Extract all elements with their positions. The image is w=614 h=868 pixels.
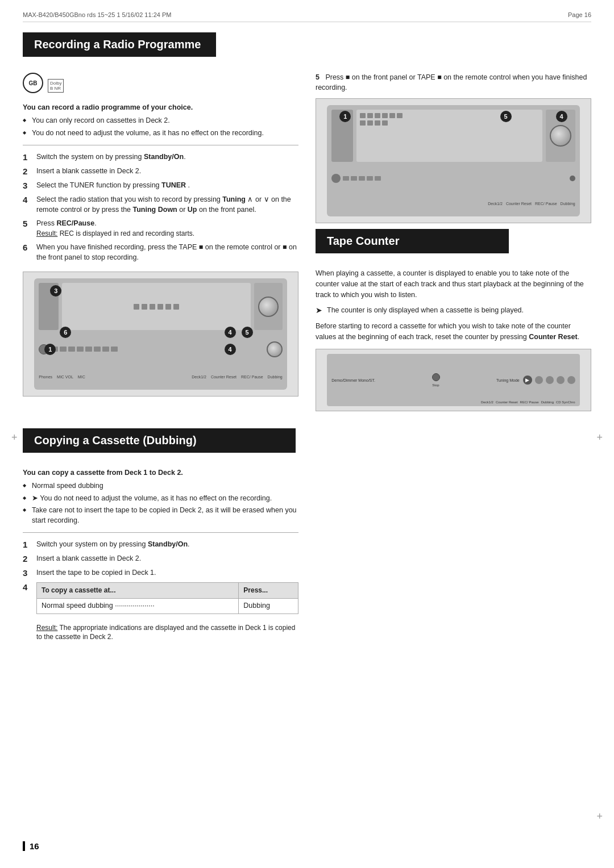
step-item: 4 To copy a cassette at... Press... [23, 582, 298, 618]
cross-mark-left: + [11, 432, 18, 444]
bullet-item: ➤ You do not need to adjust the volume, … [23, 494, 298, 504]
step-number: 3 [23, 568, 32, 578]
copying-title: Copying a Cassette (Dubbing) [23, 428, 296, 453]
device-image-tape-counter: Demo/Dimmer Mono/ST. Stop Tuning Mode ▶ [316, 349, 591, 411]
step-item: 1 Switch your system on by pressing Stan… [23, 540, 298, 550]
step-content: Select the radio station that you wish t… [36, 195, 298, 215]
table-header-col1: To copy a cassette at... [37, 583, 239, 599]
step-bold: Tuning Down [133, 206, 177, 214]
step-number: 4 [23, 195, 32, 205]
step-bold: Standby/On [144, 153, 184, 161]
step-item: 2 Insert a blank cassette in Deck 2. [23, 166, 298, 177]
bullet-item: You do not need to adjust the volume, as… [23, 128, 298, 139]
step-bold: TUNER [161, 181, 186, 189]
page-container: MAX-B420/B450GBno rds 15~25 1 5/16/02 11… [0, 0, 614, 868]
tape-counter-intro: When playing a cassette, a counter is di… [316, 268, 591, 300]
step-item: 2 Insert a blank cassette in Deck 2. [23, 554, 298, 564]
device-panel: PhonesMIC VOLMIC Deck1/2 Counter Reset R… [34, 278, 287, 390]
copy-table: To copy a cassette at... Press... Normal… [36, 582, 298, 614]
step-bold: Standby/On [148, 540, 188, 548]
callout-r4: 4 [556, 111, 567, 122]
table-cell-speed: Normal speed dubbing ···················… [37, 599, 239, 614]
step-bold: Up [188, 206, 197, 214]
step-content: Insert a blank cassette in Deck 2. [36, 166, 298, 177]
recording-right-col: 5 Press ■ on the front panel or TAPE ■ o… [316, 73, 591, 417]
callout-r5: 5 [500, 111, 512, 122]
copying-two-col: You can copy a cassette from Deck 1 to D… [23, 469, 591, 642]
device-image-right-top: Deck1/2Counter ResetREC/ PauseDubbing 1 … [316, 98, 591, 223]
device-image-left: PhonesMIC VOLMIC Deck1/2 Counter Reset R… [23, 272, 298, 397]
table-row: Normal speed dubbing ···················… [37, 599, 298, 614]
header-left: MAX-B420/B450GBno rds 15~25 1 5/16/02 11… [23, 11, 171, 18]
recording-title: Recording a Radio Programme [23, 32, 216, 57]
step-content: Switch the system on by pressing Standby… [36, 152, 298, 162]
copying-steps: 1 Switch your system on by pressing Stan… [23, 540, 298, 618]
bullet-item: You can only record on cassettes in Deck… [23, 116, 298, 126]
arrow-icon: ➤ [32, 494, 38, 502]
result-text: The appropriate indications are displaye… [36, 624, 295, 641]
step-content: Press REC/Pause. Result: REC is displaye… [36, 219, 298, 239]
small-panel: Demo/Dimmer Mono/ST. Stop Tuning Mode ▶ [327, 354, 579, 406]
recording-steps: 1 Switch the system on by pressing Stand… [23, 152, 298, 262]
step-number: 6 [23, 243, 32, 253]
step-item: 6 When you have finished recording, pres… [23, 243, 298, 262]
step-content: Insert a blank cassette in Deck 2. [36, 554, 298, 564]
note1-text: The counter is only displayed when a cas… [327, 306, 524, 316]
result-label: Result: [36, 624, 57, 632]
step-content: Switch your system on by pressing Standb… [36, 540, 298, 550]
arrow-icon: ➤ [316, 305, 325, 316]
copying-bullets: Normal speed dubbing ➤ You do not need t… [23, 481, 298, 525]
cross-mark-bottom-right: + [596, 811, 603, 823]
copying-left-col: You can copy a cassette from Deck 1 to D… [23, 469, 298, 642]
step-number: 1 [23, 152, 32, 162]
page-header: MAX-B420/B450GBno rds 15~25 1 5/16/02 11… [23, 11, 591, 22]
step-bold: Tuning [222, 195, 246, 203]
step-content: Select the TUNER function by pressing TU… [36, 181, 298, 191]
header-right: Page 16 [568, 11, 591, 18]
bullet-item: Normal speed dubbing [23, 481, 298, 491]
tape-counter-note1: ➤ The counter is only displayed when a c… [316, 306, 591, 316]
step-bold: REC/Pause [56, 219, 94, 227]
step-content: When you have finished recording, press … [36, 243, 298, 262]
copying-result: Result: The appropriate indications are … [23, 623, 298, 642]
step-item: 3 Select the TUNER function by pressing … [23, 181, 298, 191]
cross-mark-right: + [596, 432, 603, 444]
device-panel-right: Deck1/2Counter ResetREC/ PauseDubbing 1 … [327, 105, 579, 216]
step5-num: 5 [316, 73, 320, 81]
callout-4b: 4 [225, 344, 236, 355]
recording-intro: You can record a radio programme of your… [23, 103, 298, 111]
copying-intro: You can copy a cassette from Deck 1 to D… [23, 469, 298, 477]
step-item: 1 Switch the system on by pressing Stand… [23, 152, 298, 162]
step-number: 4 [23, 582, 32, 592]
table-cell-press: Dubbing [239, 599, 298, 614]
step-result: Result: REC is displayed in red and reco… [36, 229, 194, 237]
copying-section: Copying a Cassette (Dubbing) You can cop… [23, 428, 591, 642]
step5-right-text: 5 Press ■ on the front panel or TAPE ■ o… [316, 73, 591, 93]
step-content: Insert the tape to be copied in Deck 1. [36, 568, 298, 578]
dolby-badge: DolbyB NR [48, 79, 64, 93]
recording-bullets: You can only record on cassettes in Deck… [23, 116, 298, 138]
step-number: 2 [23, 554, 32, 564]
step-number: 2 [23, 166, 32, 177]
step-number: 5 [23, 219, 32, 229]
step-content: To copy a cassette at... Press... Normal… [36, 582, 298, 618]
tape-counter-note2: Before starting to record a cassette for… [316, 321, 591, 343]
recording-left-col: GB DolbyB NR You can record a radio prog… [23, 73, 298, 417]
table-header-col2: Press... [239, 583, 298, 599]
callout-4: 4 [225, 327, 236, 338]
tape-counter-title: Tape Counter [316, 229, 509, 253]
badge-row: GB DolbyB NR [23, 73, 298, 99]
step-item: 5 Press REC/Pause. Result: REC is displa… [23, 219, 298, 239]
step-number: 1 [23, 540, 32, 550]
step-item: 4 Select the radio station that you wish… [23, 195, 298, 215]
counter-reset-bold: Counter Reset [529, 333, 577, 341]
recording-section: Recording a Radio Programme GB DolbyB NR… [23, 32, 591, 417]
copying-right-col [316, 469, 591, 642]
step-item: 3 Insert the tape to be copied in Deck 1… [23, 568, 298, 578]
callout-5: 5 [242, 327, 253, 338]
page-number: 16 [23, 841, 39, 851]
gb-badge: GB [23, 73, 43, 93]
tape-counter-section: Tape Counter When playing a cassette, a … [316, 229, 591, 411]
step-number: 3 [23, 181, 32, 191]
bullet-item: Take care not to insert the tape to be c… [23, 506, 298, 525]
